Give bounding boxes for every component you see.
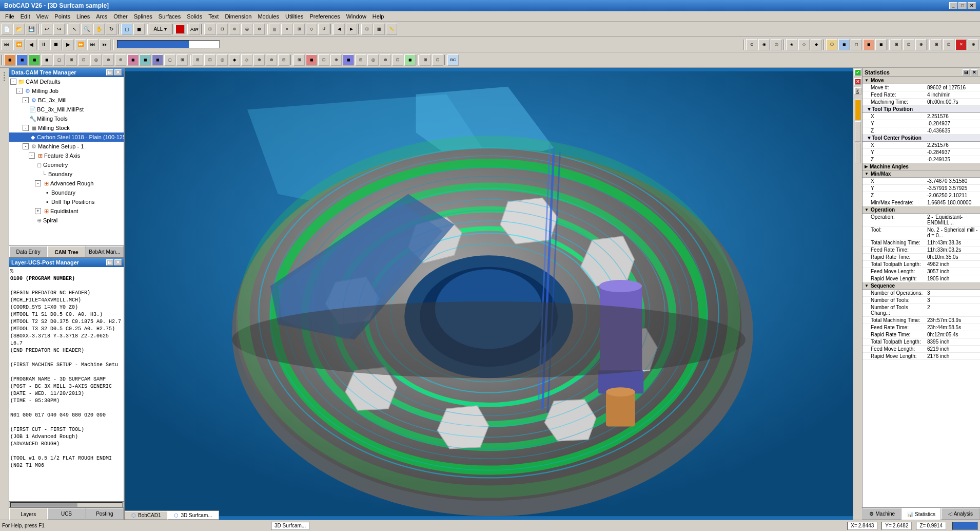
vp-tab-bobcad1[interactable]: ⬡ BobCAD1: [125, 511, 167, 520]
stats-move-header[interactable]: ▼ Move: [863, 77, 980, 84]
tree-item-spiral[interactable]: ⊕ Spiral: [9, 216, 124, 225]
tree-item-drill-tips[interactable]: • Drill Tip Positions: [9, 197, 124, 206]
select-btn[interactable]: ↖: [69, 24, 80, 35]
cam-op1[interactable]: ⊞: [293, 54, 305, 66]
tree-item-feature3axis[interactable]: - ⊞ Feature 3 Axis: [9, 151, 124, 160]
view3d-9[interactable]: ⊛: [103, 54, 114, 66]
surf-3[interactable]: ◎: [217, 54, 228, 66]
tree-item-machine-setup[interactable]: - ⚙ Machine Setup - 1: [9, 142, 124, 151]
rotate-btn[interactable]: ↻: [106, 24, 117, 35]
sim-btn3[interactable]: ◆: [811, 39, 822, 50]
tree-item-boundary[interactable]: └ Boundary: [9, 169, 124, 179]
surf-6[interactable]: ⊕: [253, 54, 265, 66]
view-top[interactable]: ⊞: [293, 24, 305, 35]
view3d-5[interactable]: ◻: [53, 54, 65, 66]
layer-ucs-float[interactable]: ⊟: [106, 259, 113, 266]
menu-preferences[interactable]: Preferences: [306, 12, 343, 21]
menu-points[interactable]: Points: [51, 12, 73, 21]
all-btn[interactable]: ALL ▾: [149, 24, 171, 35]
expand-milling-job[interactable]: -: [16, 88, 23, 94]
shade-btn[interactable]: ◼: [133, 24, 145, 35]
accept-button[interactable]: ✓: [854, 69, 861, 76]
play-end[interactable]: ⏭: [100, 39, 111, 50]
surf-2[interactable]: ⊡: [204, 54, 215, 66]
tab-layers[interactable]: Layers: [9, 508, 47, 520]
new-btn[interactable]: 📄: [1, 24, 12, 35]
surf-8[interactable]: ⊞: [278, 54, 289, 66]
maximize-button[interactable]: □: [958, 2, 967, 9]
stats-tcp-header[interactable]: ▼ Tool Center Position: [863, 135, 980, 142]
tree-item-geometry[interactable]: ◻ Geometry: [9, 160, 124, 169]
view3d-13[interactable]: ◼: [152, 54, 163, 66]
menu-help[interactable]: Help: [369, 12, 387, 21]
cam-op6[interactable]: ⊞: [355, 54, 366, 66]
view-front[interactable]: |||: [269, 24, 280, 35]
sim-extra2[interactable]: ⊡: [943, 39, 954, 50]
sim-speed1[interactable]: ⊞: [891, 39, 902, 50]
surf-5[interactable]: ◇: [241, 54, 252, 66]
view3d-7[interactable]: ⊡: [78, 54, 89, 66]
sim-extra3[interactable]: ✕: [955, 39, 967, 50]
tab-statistics[interactable]: 📊 Statistics: [901, 508, 940, 520]
play-begin[interactable]: ⏮: [1, 39, 12, 50]
stats-ma-header[interactable]: ▶ Machine Angles: [863, 163, 980, 170]
view3d-3[interactable]: ◼: [29, 54, 40, 66]
menu-modules[interactable]: Modules: [254, 12, 282, 21]
more1-btn[interactable]: ◀: [334, 24, 345, 35]
wire-btn[interactable]: ◻: [121, 24, 132, 35]
cam-op10[interactable]: ◼: [404, 54, 416, 66]
tab-posting[interactable]: Posting: [86, 508, 124, 520]
cam-op3[interactable]: ⊡: [318, 54, 329, 66]
more2-btn[interactable]: ▶: [346, 24, 357, 35]
menu-splines[interactable]: Splines: [131, 12, 155, 21]
expand-cam-defaults[interactable]: -: [10, 79, 16, 85]
undo-btn[interactable]: ↩: [41, 24, 52, 35]
play-back[interactable]: ◀: [26, 39, 37, 50]
play-ffwd[interactable]: ⏩: [75, 39, 86, 50]
menu-edit[interactable]: Edit: [17, 12, 33, 21]
grid-btn[interactable]: ▦: [374, 24, 385, 35]
sim-options[interactable]: ⊕: [915, 39, 927, 50]
cam-op9[interactable]: ⊡: [392, 54, 403, 66]
pt-snap2[interactable]: ⊡: [217, 24, 228, 35]
tree-item-adv-rough[interactable]: - ⊞ Advanced Rough: [9, 179, 124, 188]
view-side[interactable]: =: [281, 24, 292, 35]
sim-btn1[interactable]: ◈: [786, 39, 797, 50]
sidebar-indicator-1[interactable]: [855, 100, 861, 120]
tab-analysis[interactable]: ◁ Analysis: [941, 508, 980, 520]
play-prev[interactable]: ⏪: [13, 39, 25, 50]
surf-1[interactable]: ⊞: [192, 54, 203, 66]
sim-extra1[interactable]: ⊞: [931, 39, 942, 50]
font-btn[interactable]: Aa▾: [189, 24, 200, 35]
tool-btn3[interactable]: ◻: [851, 39, 862, 50]
cam-view1[interactable]: ⊙: [746, 39, 757, 50]
tree-item-carbon-steel[interactable]: ◆ Carbon Steel 1018 - Plain (100-125 HB): [9, 132, 124, 142]
view3d-10[interactable]: ⊕: [115, 54, 126, 66]
expand-bc3xmill[interactable]: -: [23, 97, 29, 103]
menu-dimension[interactable]: Dimension: [222, 12, 254, 21]
menu-text[interactable]: Text: [205, 12, 222, 21]
tree-item-millpst[interactable]: 📄 BC_3x_Mill.MillPst: [9, 105, 124, 114]
extra-op1[interactable]: ⊞: [420, 54, 431, 66]
play-next[interactable]: ⏭: [87, 39, 99, 50]
menu-view[interactable]: View: [33, 12, 52, 21]
cam-tree-float[interactable]: ⊟: [106, 69, 113, 75]
sidebar-indicator-2[interactable]: [855, 121, 861, 142]
menu-surfaces[interactable]: Surfaces: [155, 12, 184, 21]
expand-machine-setup[interactable]: -: [23, 143, 29, 149]
cam-op8[interactable]: ⊛: [380, 54, 391, 66]
tool-btn4[interactable]: ◼: [863, 39, 874, 50]
view3d-15[interactable]: ⊞: [177, 54, 188, 66]
tree-item-boundary2[interactable]: • Boundary: [9, 188, 124, 197]
tree-item-milling-stock[interactable]: - ◼ Milling Stock: [9, 123, 124, 132]
zoom-btn[interactable]: 🔍: [81, 24, 92, 35]
pt-snap5[interactable]: ⊛: [253, 24, 265, 35]
tab-cam-tree[interactable]: CAM Tree: [47, 246, 85, 258]
tree-item-equidistant[interactable]: + ⊞ Equidistant: [9, 206, 124, 216]
viewport[interactable]: ⬡ BobCAD1 ⬡ 3D Surfcam...: [125, 68, 853, 520]
menu-window[interactable]: Window: [343, 12, 369, 21]
tree-item-cam-defaults[interactable]: - 📁 CAM Defaults: [9, 77, 124, 86]
stats-float[interactable]: ⊟: [963, 69, 970, 75]
tree-item-bc3xmill[interactable]: - ⚙ BC_3x_Mill: [9, 96, 124, 105]
cam-tree-close[interactable]: ✕: [114, 69, 122, 75]
